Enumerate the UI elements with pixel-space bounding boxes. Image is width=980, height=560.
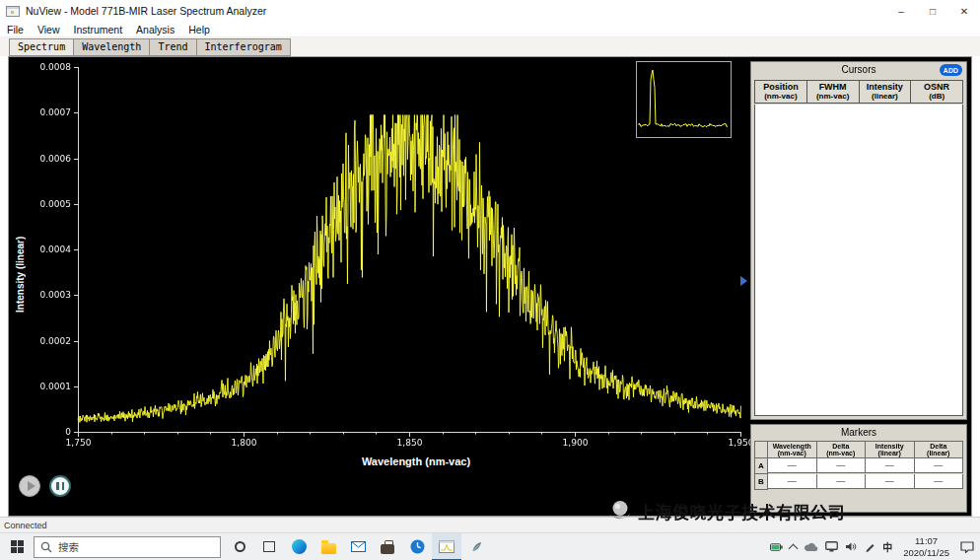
tab-trend[interactable]: Trend	[149, 38, 195, 56]
marker-a-delta-linear: —	[915, 458, 964, 473]
onedrive-cloud-icon[interactable]	[804, 542, 818, 552]
pen-app-taskbar-button[interactable]	[461, 533, 491, 560]
cursors-panel-header: Cursors ADD	[751, 62, 966, 78]
marker-b-delta-linear: —	[915, 474, 964, 489]
spectrum-display-area: Intensity (linear) Wavelength (nm-vac) C…	[8, 56, 972, 517]
taskbar: 搜索	[0, 532, 980, 560]
marker-a-delta-nm: —	[817, 458, 867, 473]
markers-table: Wavelength(nm-vac) Delta(nm-vac) Intensi…	[754, 441, 963, 490]
briefcase-icon	[381, 544, 394, 554]
desktop: NuView - Model 771B-MIR Laser Spectrum A…	[0, 0, 980, 560]
volume-icon[interactable]	[845, 541, 858, 552]
column-header-fwhm[interactable]: FWHM (nm-vac)	[807, 81, 860, 104]
marker-row-a: A — — — —	[755, 458, 963, 474]
markers-title: Markers	[841, 427, 876, 438]
pen-icon[interactable]	[865, 541, 875, 552]
play-icon	[28, 481, 35, 491]
menu-help[interactable]: Help	[181, 24, 217, 35]
close-button[interactable]: ✕	[948, 0, 980, 22]
overview-inset[interactable]	[636, 61, 732, 138]
company-logo-icon	[607, 498, 633, 524]
display-icon[interactable]	[825, 541, 838, 552]
markers-panel-header: Markers	[751, 425, 966, 441]
menu-view[interactable]: View	[31, 24, 67, 35]
overview-inset-plot	[637, 62, 731, 137]
system-tray: 中 11:07 2020/11/25	[770, 535, 980, 559]
tab-wavelength[interactable]: Wavelength	[73, 38, 149, 56]
taskbar-clock[interactable]: 11:07 2020/11/25	[903, 535, 949, 559]
marker-column-delta-linear: Delta(linear)	[915, 442, 964, 458]
menu-instrument[interactable]: Instrument	[67, 24, 130, 35]
cortana-icon	[235, 541, 245, 552]
marker-b-wavelength: —	[768, 474, 817, 489]
battery-icon[interactable]	[770, 543, 783, 551]
task-view-icon	[263, 541, 275, 552]
clock-date: 2020/11/25	[903, 547, 949, 559]
titlebar: NuView - Model 771B-MIR Laser Spectrum A…	[0, 0, 980, 22]
column-header-osnr[interactable]: OSNR (dB)	[911, 81, 963, 104]
minimize-button[interactable]: –	[885, 0, 917, 22]
add-cursor-button[interactable]: ADD	[940, 64, 962, 76]
cortana-button[interactable]	[225, 533, 254, 560]
nuview-app-icon	[6, 6, 20, 17]
markers-header-row: Wavelength(nm-vac) Delta(nm-vac) Intensi…	[755, 442, 963, 458]
marker-a-wavelength: —	[768, 458, 817, 473]
clock-time: 11:07	[903, 535, 949, 547]
pause-icon	[56, 482, 59, 490]
cursors-table-body[interactable]	[754, 105, 963, 416]
folder-icon	[321, 543, 336, 554]
search-placeholder: 搜索	[58, 539, 79, 554]
play-button[interactable]	[19, 475, 40, 497]
feather-icon	[470, 540, 483, 553]
hidden-icons-chevron-icon[interactable]	[789, 543, 799, 553]
marker-row-b: B — — — —	[755, 474, 963, 490]
nuview-window-icon	[439, 540, 455, 553]
search-icon	[40, 541, 52, 553]
clock-app-taskbar-button[interactable]	[402, 533, 432, 560]
marker-a-intensity: —	[866, 458, 915, 473]
explorer-taskbar-button[interactable]	[314, 533, 343, 560]
column-header-position[interactable]: Position (nm-vac)	[755, 81, 807, 104]
mail-icon	[351, 541, 366, 552]
marker-row-label-a: A	[755, 458, 768, 474]
tab-spectrum[interactable]: Spectrum	[9, 38, 73, 56]
markers-corner-cell	[755, 442, 768, 458]
briefcase-app-taskbar-button[interactable]	[373, 533, 402, 560]
x-axis-title: Wavelength (nm-vac)	[96, 455, 736, 467]
ime-indicator[interactable]: 中	[882, 539, 892, 554]
task-view-button[interactable]	[254, 533, 284, 560]
start-button[interactable]	[0, 533, 34, 560]
pause-button[interactable]	[49, 475, 71, 497]
company-watermark: 上海俊晓光子技术有限公司	[607, 498, 845, 524]
marker-column-intensity: Intensity(linear)	[866, 442, 915, 458]
mail-taskbar-button[interactable]	[343, 533, 373, 560]
nuview-taskbar-button[interactable]	[432, 533, 461, 560]
y-axis-title: Intensity (linear)	[15, 166, 26, 383]
edge-icon	[292, 539, 307, 554]
clock-app-icon	[410, 539, 425, 554]
cursors-table-header: Position (nm-vac) FWHM (nm-vac) Intensit…	[754, 80, 963, 104]
notification-center-icon[interactable]	[960, 541, 974, 553]
maximize-button[interactable]: □	[917, 0, 948, 22]
window-title: NuView - Model 771B-MIR Laser Spectrum A…	[26, 5, 266, 17]
column-header-intensity[interactable]: Intensity (linear)	[860, 81, 912, 104]
taskbar-search-input[interactable]: 搜索	[34, 536, 221, 558]
acquisition-controls	[19, 475, 80, 497]
marker-column-wavelength: Wavelength(nm-vac)	[768, 442, 817, 458]
menu-analysis[interactable]: Analysis	[129, 24, 181, 35]
cursors-panel: Cursors ADD Position (nm-vac) FWHM (nm-v…	[750, 61, 967, 420]
marker-b-delta-nm: —	[817, 474, 867, 489]
menu-file[interactable]: File	[0, 24, 31, 35]
view-tabs: Spectrum Wavelength Trend Interferogram	[0, 37, 980, 56]
company-name: 上海俊晓光子技术有限公司	[638, 499, 845, 524]
windows-logo-icon	[11, 540, 24, 553]
window-controls: – □ ✕	[885, 0, 980, 22]
tab-interferogram[interactable]: Interferogram	[196, 38, 291, 56]
connection-status: Connected	[4, 521, 47, 530]
panel-collapse-arrow-icon[interactable]	[740, 276, 747, 286]
edge-taskbar-button[interactable]	[284, 533, 314, 560]
marker-b-intensity: —	[866, 474, 915, 489]
cursors-title: Cursors	[841, 64, 875, 75]
marker-row-label-b: B	[755, 474, 768, 490]
marker-column-delta-nm: Delta(nm-vac)	[817, 442, 867, 458]
